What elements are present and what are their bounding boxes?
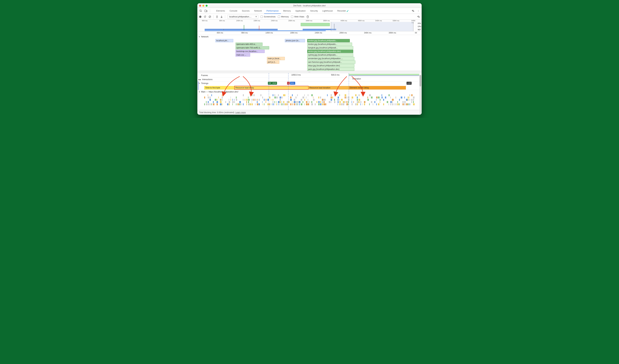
flame-bar[interactable] — [345, 101, 346, 103]
flame-bar[interactable] — [399, 99, 400, 101]
flame-bar[interactable] — [301, 103, 302, 105]
flame-bar[interactable] — [376, 99, 377, 101]
flame-bar[interactable] — [334, 101, 335, 103]
flame-bar[interactable] — [355, 94, 357, 96]
flame-bar[interactable] — [359, 94, 360, 96]
flame-bar[interactable] — [239, 101, 241, 103]
flame-bar[interactable] — [276, 101, 277, 103]
record-button[interactable] — [199, 16, 201, 18]
flame-bar[interactable] — [283, 94, 285, 96]
flame-bar[interactable] — [311, 103, 313, 105]
flame-bar[interactable] — [274, 97, 276, 98]
network-resource[interactable]: opensans-latin-400.w... — [236, 42, 262, 46]
flame-bar[interactable] — [287, 103, 288, 105]
flame-bar[interactable] — [243, 103, 244, 105]
flame-bar[interactable] — [303, 101, 303, 103]
flame-bar[interactable] — [392, 99, 394, 101]
flame-bar[interactable] — [220, 99, 221, 101]
flame-bar[interactable] — [295, 97, 296, 98]
flame-bar[interactable] — [408, 99, 408, 101]
network-resource[interactable]: venice.jpg (localhost.philipwalton.dev) — [307, 50, 353, 53]
flame-bar[interactable] — [327, 94, 328, 96]
flame-bar[interactable] — [276, 97, 278, 98]
flame-bar[interactable] — [316, 101, 317, 103]
flame-bar[interactable] — [381, 97, 383, 98]
flame-bar[interactable] — [248, 97, 249, 98]
tab-performance[interactable]: Performance — [264, 8, 281, 14]
flame-bar[interactable] — [409, 103, 410, 105]
flame-bar[interactable] — [264, 99, 265, 101]
flame-bar[interactable] — [397, 101, 398, 103]
flame-bar[interactable] — [389, 103, 389, 105]
flame-bar[interactable] — [362, 103, 363, 105]
flame-bar[interactable] — [299, 101, 300, 103]
network-track-header[interactable]: ▼Network — [197, 35, 422, 39]
flame-bar[interactable] — [378, 103, 380, 105]
flame-bar[interactable] — [348, 103, 348, 105]
flame-bar[interactable] — [392, 101, 393, 103]
flame-bar[interactable] — [232, 103, 233, 105]
flame-bar[interactable] — [369, 103, 370, 105]
flame-bar[interactable] — [210, 97, 211, 98]
main-header[interactable]: ▼Main — https://localhost.philipwalton.d… — [197, 90, 422, 94]
flame-bar[interactable] — [306, 103, 308, 105]
flame-bar[interactable] — [339, 103, 340, 105]
flame-bar[interactable] — [236, 103, 237, 105]
flame-bar[interactable] — [294, 99, 295, 101]
flame-bar[interactable] — [241, 103, 241, 105]
flame-bar[interactable] — [406, 103, 408, 105]
lcp-phase[interactable]: Element render delay — [349, 86, 406, 90]
flame-bar[interactable] — [294, 103, 295, 105]
flame-bar[interactable] — [325, 99, 326, 101]
flame-bar[interactable] — [280, 99, 281, 101]
flame-bar[interactable] — [245, 99, 245, 101]
flame-bar[interactable] — [210, 99, 211, 101]
flame-bar[interactable] — [208, 101, 209, 103]
flame-bar[interactable] — [304, 103, 305, 105]
flame-bar[interactable] — [264, 103, 264, 105]
flame-bar[interactable] — [395, 97, 396, 98]
flame-bar[interactable] — [274, 101, 275, 103]
flame-bar[interactable] — [346, 103, 348, 105]
flame-bar[interactable] — [303, 97, 304, 98]
flame-bar[interactable] — [301, 99, 302, 101]
flame-bar[interactable] — [345, 97, 346, 98]
flame-bar[interactable] — [324, 103, 325, 105]
flame-bar[interactable] — [229, 101, 230, 103]
profile-select[interactable]: localhost.philipwalton.... ▼ — [227, 15, 258, 19]
flame-bar[interactable] — [339, 101, 341, 103]
flame-bar[interactable] — [211, 103, 212, 105]
flame-bar[interactable] — [269, 97, 270, 98]
flame-bar[interactable] — [315, 103, 316, 105]
tab-sources[interactable]: Sources — [239, 8, 252, 14]
flame-bar[interactable] — [380, 99, 381, 101]
flame-bar[interactable] — [364, 103, 365, 105]
flame-bar[interactable] — [390, 103, 391, 105]
flame-bar[interactable] — [230, 99, 231, 101]
flame-bar[interactable] — [280, 103, 280, 105]
flame-bar[interactable] — [229, 103, 229, 105]
flame-bar[interactable] — [253, 94, 255, 96]
flame-bar[interactable] — [359, 99, 360, 101]
flame-bar[interactable] — [346, 101, 348, 103]
flame-bar[interactable] — [338, 103, 338, 105]
network-resource[interactable]: london.jpg (localhost.philipwalto... — [307, 42, 352, 46]
flame-bar[interactable] — [404, 103, 405, 105]
flame-bar[interactable] — [252, 99, 253, 101]
flame-bar[interactable] — [206, 103, 207, 105]
flame-bar[interactable] — [331, 97, 332, 98]
flame-bar[interactable] — [371, 101, 372, 103]
lcp-phase[interactable]: Resource load delay — [234, 86, 308, 90]
flame-bar[interactable] — [345, 94, 346, 96]
flame-bar[interactable] — [403, 101, 403, 103]
flame-bar[interactable] — [318, 103, 320, 105]
flame-bar[interactable] — [259, 99, 260, 101]
memory-checkbox[interactable]: Memory — [278, 15, 289, 18]
flame-bar[interactable] — [238, 103, 239, 105]
flame-bar[interactable] — [234, 99, 234, 101]
flame-bar[interactable] — [227, 103, 228, 105]
flame-bar[interactable] — [222, 94, 222, 96]
learn-more-link[interactable]: Learn more — [235, 111, 246, 113]
tab-memory[interactable]: Memory — [281, 8, 293, 14]
timeline[interactable]: 494 ms994 ms1494 ms1994 ms2494 ms2994 ms… — [197, 31, 422, 110]
